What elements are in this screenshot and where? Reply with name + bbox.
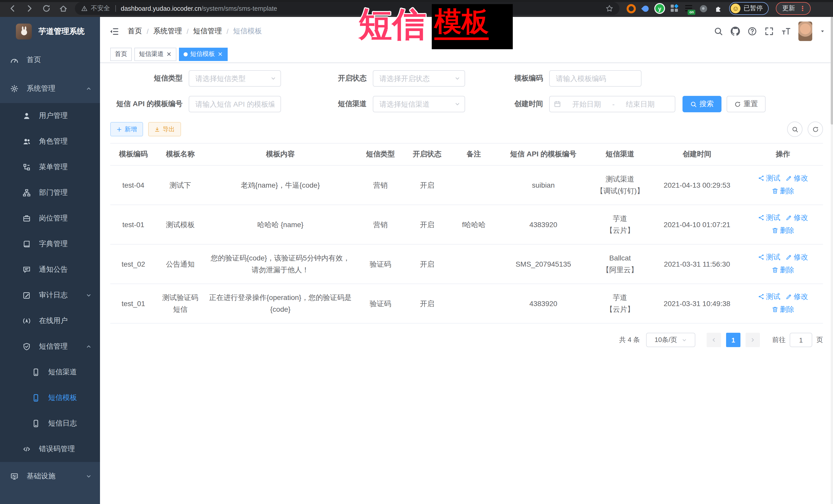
edit-link[interactable]: 修改 bbox=[786, 291, 808, 303]
sidebar-item-phone-12[interactable]: 短信渠道 bbox=[0, 359, 100, 385]
page-scrollbar[interactable] bbox=[831, 17, 833, 504]
sms-type-select[interactable] bbox=[189, 70, 281, 87]
home-icon[interactable] bbox=[59, 4, 68, 13]
cell-code: test-01 bbox=[110, 205, 157, 244]
search-button[interactable]: 搜索 bbox=[683, 96, 721, 112]
export-button[interactable]: 导出 bbox=[148, 122, 181, 136]
share-icon bbox=[758, 293, 765, 300]
extensions-puzzle-icon[interactable] bbox=[714, 4, 722, 13]
breadcrumb-item[interactable]: 系统管理 bbox=[153, 27, 182, 36]
bookmark-star-icon[interactable] bbox=[605, 5, 613, 12]
channel-select[interactable] bbox=[373, 96, 465, 112]
cell-api-id: suibian bbox=[498, 165, 589, 205]
template-code-input[interactable] bbox=[549, 70, 641, 87]
page-size-select[interactable]: 10条/页 bbox=[646, 333, 695, 347]
fullscreen-icon[interactable] bbox=[765, 27, 774, 36]
extension-ring-icon[interactable] bbox=[626, 4, 636, 13]
font-size-icon[interactable] bbox=[782, 27, 791, 36]
cell-code: test_01 bbox=[110, 284, 157, 323]
url-host: dashboard.yudao.iocoder.cn bbox=[121, 5, 201, 12]
browser-menu-icon[interactable]: ⋮ bbox=[799, 5, 806, 12]
sidebar-item-users-3[interactable]: 角色管理 bbox=[0, 129, 100, 154]
table-row: test_01测试验证码短信正在进行登录操作{operation}，您的验证码是… bbox=[110, 284, 823, 323]
close-icon[interactable] bbox=[166, 51, 172, 57]
status-select[interactable] bbox=[373, 70, 465, 87]
sidebar-item-audit-9[interactable]: 审计日志 bbox=[0, 283, 100, 308]
sidebar-item-dict-7[interactable]: 字典管理 bbox=[0, 231, 100, 257]
cell-created: 2021-04-10 01:07:21 bbox=[651, 205, 743, 244]
sidebar-item-infra-16[interactable]: 基础设施 bbox=[0, 462, 100, 491]
next-page-button[interactable] bbox=[745, 333, 760, 347]
sms-template-table: 模板编码模板名称模板内容短信类型开启状态备注短信 API 的模板编号短信渠道创建… bbox=[110, 143, 823, 323]
delete-link[interactable]: 删除 bbox=[772, 304, 794, 315]
sidebar-item-gauge-0[interactable]: 首页 bbox=[0, 46, 100, 74]
forward-icon[interactable] bbox=[25, 4, 34, 13]
download-icon bbox=[154, 126, 160, 132]
delete-link[interactable]: 删除 bbox=[772, 264, 794, 276]
extension-squares-icon[interactable] bbox=[671, 5, 679, 12]
extension-list-icon[interactable]: on bbox=[685, 4, 693, 13]
sidebar-item-gear-1[interactable]: 系统管理 bbox=[0, 74, 100, 103]
current-page[interactable]: 1 bbox=[726, 333, 740, 347]
sidebar-item-label: 短信模板 bbox=[48, 393, 77, 403]
sidebar-item-phone-13[interactable]: 短信模板 bbox=[0, 385, 100, 411]
help-icon[interactable] bbox=[747, 27, 757, 36]
address-bar[interactable]: 不安全 dashboard.yudao.iocoder.cn/system/sm… bbox=[75, 2, 619, 15]
breadcrumb-item[interactable]: 短信模板 bbox=[233, 27, 262, 36]
add-button[interactable]: 新增 bbox=[110, 122, 143, 136]
update-pill[interactable]: 更新 ⋮ bbox=[776, 2, 810, 15]
edit-link[interactable]: 修改 bbox=[786, 212, 808, 223]
api-template-id-input[interactable] bbox=[189, 96, 281, 112]
breadcrumb-item[interactable]: 首页 bbox=[128, 27, 142, 36]
sidebar-item-menu-4[interactable]: 菜单管理 bbox=[0, 154, 100, 180]
user-avatar[interactable] bbox=[799, 22, 812, 41]
delete-link[interactable]: 删除 bbox=[772, 185, 794, 197]
sidebar-item-phone-14[interactable]: 短信日志 bbox=[0, 411, 100, 436]
sidebar-item-user-2[interactable]: 用户管理 bbox=[0, 103, 100, 129]
refresh-table-button[interactable] bbox=[808, 121, 823, 137]
test-link[interactable]: 测试 bbox=[758, 251, 781, 263]
sidebar-item-shield-11[interactable]: 短信管理 bbox=[0, 334, 100, 359]
extension-y-icon[interactable]: y bbox=[655, 4, 664, 13]
extension-key-icon[interactable] bbox=[700, 5, 707, 12]
cell-created: 2021-03-31 10:49:38 bbox=[651, 284, 743, 323]
edit-link[interactable]: 修改 bbox=[786, 172, 808, 184]
sidebar-item-code-15[interactable]: 错误码管理 bbox=[0, 436, 100, 462]
cell-api-id: 4383920 bbox=[498, 284, 589, 323]
back-icon[interactable] bbox=[8, 4, 17, 13]
goto-page-input[interactable] bbox=[790, 333, 812, 347]
extension-drop-icon[interactable] bbox=[641, 4, 650, 13]
breadcrumb-item[interactable]: 短信管理 bbox=[193, 27, 222, 36]
divider bbox=[115, 5, 116, 12]
caret-down-icon[interactable] bbox=[820, 29, 825, 34]
delete-link[interactable]: 删除 bbox=[772, 224, 794, 236]
edit-link[interactable]: 修改 bbox=[786, 251, 808, 263]
toggle-search-button[interactable] bbox=[787, 121, 803, 137]
scrollbar-thumb[interactable] bbox=[831, 17, 833, 125]
fold-menu-icon[interactable] bbox=[109, 26, 119, 36]
test-link[interactable]: 测试 bbox=[758, 172, 781, 184]
sidebar-item-online-10[interactable]: 在线用户 bbox=[0, 308, 100, 334]
date-range-picker[interactable]: - bbox=[549, 96, 675, 112]
logo-row[interactable]: 芋道管理系统 bbox=[0, 17, 100, 46]
sidebar-item-post-6[interactable]: 岗位管理 bbox=[0, 206, 100, 231]
active-dot bbox=[184, 52, 188, 56]
reset-button[interactable]: 重置 bbox=[727, 96, 766, 112]
tab-0[interactable]: 首页 bbox=[110, 47, 132, 61]
audit-icon bbox=[23, 291, 31, 299]
close-icon[interactable] bbox=[217, 51, 223, 57]
start-date-input[interactable] bbox=[563, 99, 610, 109]
search-icon[interactable] bbox=[714, 27, 723, 36]
reload-icon[interactable] bbox=[42, 4, 51, 13]
tab-2[interactable]: 短信模板 bbox=[179, 47, 228, 61]
prev-page-button[interactable] bbox=[707, 333, 721, 347]
tab-1[interactable]: 短信渠道 bbox=[134, 47, 176, 61]
test-link[interactable]: 测试 bbox=[758, 212, 781, 223]
github-icon[interactable] bbox=[731, 27, 740, 36]
test-link[interactable]: 测试 bbox=[758, 291, 781, 303]
sidebar-item-dept-5[interactable]: 部门管理 bbox=[0, 180, 100, 206]
profile-paused-pill[interactable]: ☺ 已暂停 bbox=[729, 2, 768, 15]
cell-remark bbox=[450, 165, 498, 205]
sidebar-item-notice-8[interactable]: 通知公告 bbox=[0, 257, 100, 283]
end-date-input[interactable] bbox=[617, 99, 664, 109]
